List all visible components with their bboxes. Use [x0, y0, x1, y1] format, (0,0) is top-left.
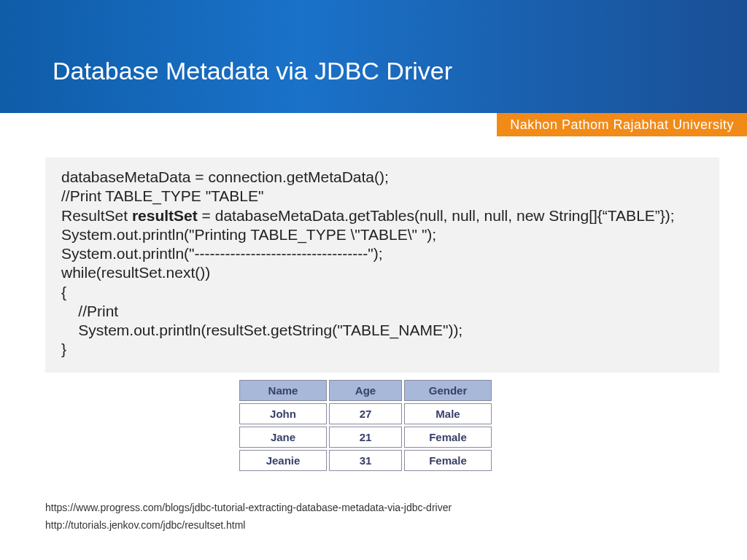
references: https://www.progress.com/blogs/jdbc-tuto… [45, 496, 452, 531]
code-line: //Print TABLE_TYPE "TABLE" [61, 187, 264, 204]
table-cell: Jane [239, 427, 327, 448]
table-header: Gender [404, 380, 492, 401]
code-bold: resultSet [132, 207, 198, 224]
table-cell: 31 [329, 450, 402, 471]
example-table: Name Age Gender John 27 Male Jane 21 Fem… [237, 378, 494, 473]
table-cell: Female [404, 450, 492, 471]
reference-link[interactable]: http://tutorials.jenkov.com/jdbc/results… [45, 519, 452, 531]
reference-link[interactable]: https://www.progress.com/blogs/jdbc-tuto… [45, 502, 452, 513]
code-line: System.out.println("--------------------… [61, 245, 383, 262]
table-cell: Jeanie [239, 450, 327, 471]
code-line: System.out.println(resultSet.getString("… [61, 322, 462, 338]
table-header: Age [329, 380, 402, 401]
table-header: Name [239, 380, 327, 401]
subtitle-ribbon: Nakhon Pathom Rajabhat University [497, 113, 747, 136]
code-line: } [61, 341, 66, 357]
slide: Database Metadata via JDBC Driver Nakhon… [0, 0, 747, 560]
table-row: Jeanie 31 Female [239, 450, 492, 471]
table-cell: John [239, 403, 327, 424]
table-cell: 27 [329, 403, 402, 424]
code-line: while(resultSet.next()) [61, 264, 210, 281]
table-cell: Male [404, 403, 492, 424]
table-row: John 27 Male [239, 403, 492, 424]
table-row: Jane 21 Female [239, 427, 492, 448]
code-block: databaseMetaData = connection.getMetaDat… [45, 158, 719, 373]
table-cell: Female [404, 427, 492, 448]
table-header-row: Name Age Gender [239, 380, 492, 401]
code-line: System.out.println("Printing TABLE_TYPE … [61, 226, 436, 243]
code-line: ResultSet [61, 207, 132, 224]
table-cell: 21 [329, 427, 402, 448]
title-bar: Database Metadata via JDBC Driver [0, 0, 747, 113]
code-line: = databaseMetaData.getTables(null, null,… [198, 207, 675, 224]
code-line: //Print [61, 303, 118, 319]
code-line: { [61, 284, 66, 300]
code-line: databaseMetaData = connection.getMetaDat… [61, 168, 389, 185]
slide-title: Database Metadata via JDBC Driver [53, 57, 747, 85]
